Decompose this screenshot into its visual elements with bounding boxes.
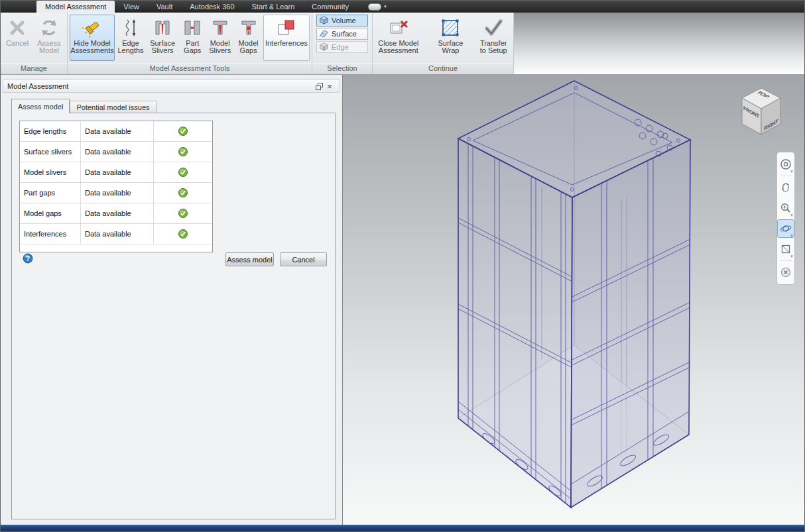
pan-hand-icon: [780, 182, 792, 193]
part-gaps-icon: [182, 16, 203, 40]
assessment-name: Part gaps: [20, 183, 81, 203]
close-circle-icon: [780, 266, 792, 278]
edge-lengths-button[interactable]: Edge Lengths: [116, 15, 145, 61]
table-row[interactable]: Model slivers Data available: [20, 162, 212, 183]
chevron-down-icon: ▼: [790, 234, 794, 238]
menu-tab-vault[interactable]: Vault: [148, 1, 181, 13]
table-row[interactable]: Model gaps Data available: [20, 203, 212, 224]
cancel-ribbon-button[interactable]: Cancel: [3, 15, 32, 61]
surface-slivers-button[interactable]: Surface Slivers: [147, 15, 178, 61]
navigation-bar: ▼ ▼: [776, 152, 795, 285]
ribbon-group-model-assessment-tools: Hide Model Assessments Edge Lengths: [68, 13, 312, 74]
close-model-assessment-icon: [388, 16, 409, 40]
viewcube[interactable]: TOP FRONT RIGHT: [733, 84, 790, 144]
close-icon: ×: [327, 81, 332, 91]
assessment-name: Model slivers: [20, 162, 81, 182]
transfer-to-setup-label: Transfer to Setup: [477, 40, 509, 54]
selection-volume-button[interactable]: Volume: [316, 15, 368, 27]
check-passed-icon: [178, 229, 188, 239]
assessment-result: [154, 224, 212, 244]
menu-tab-model-assessment[interactable]: Model Assessment: [36, 1, 115, 13]
tab-assess-model[interactable]: Assess model: [11, 99, 70, 113]
assessment-result: [154, 203, 212, 223]
assess-model-tab-page: Edge lengths Data available Surface sliv…: [11, 113, 336, 519]
look-at-button[interactable]: ▼: [777, 240, 794, 258]
tab-potential-model-issues[interactable]: Potential model issues: [70, 101, 156, 113]
model-slivers-button[interactable]: Model Slivers: [206, 15, 233, 61]
hide-model-assessments-label: Hide Model Assessments: [70, 40, 113, 54]
help-glyph: ?: [26, 255, 30, 262]
assess-model-ribbon-button[interactable]: Assess Model: [33, 15, 65, 61]
assessment-status: Data available: [81, 121, 154, 141]
model-gaps-button[interactable]: Model Gaps: [235, 15, 262, 61]
close-model-assessment-button[interactable]: Close Model Assessment: [375, 15, 422, 61]
ribbon-empty-area: [514, 13, 804, 74]
ribbon-display-options-button[interactable]: ▼: [364, 1, 391, 13]
selection-surface-label: Surface: [332, 30, 357, 38]
pan-button[interactable]: [777, 178, 794, 197]
transfer-to-setup-check-icon: [483, 16, 504, 40]
assessment-status: Data available: [81, 183, 154, 203]
panel-close-button[interactable]: ×: [324, 81, 335, 91]
group-label-continue: Continue: [373, 63, 513, 74]
zoom-button[interactable]: ▼: [777, 199, 794, 217]
menu-tab-community[interactable]: Community: [303, 1, 357, 13]
ribbon-group-continue: Close Model Assessment Su: [373, 13, 514, 74]
cancel-button[interactable]: Cancel: [280, 252, 327, 266]
volume-cube-icon: [319, 15, 329, 27]
steering-wheel-icon: [780, 158, 792, 170]
table-empty-row: [20, 244, 212, 252]
group-label-manage: Manage: [1, 63, 67, 74]
panel-float-button[interactable]: [314, 81, 324, 91]
navigation-wheel-button[interactable]: ▼: [777, 155, 794, 174]
selection-surface-button[interactable]: Surface: [316, 28, 368, 40]
assess-model-refresh-icon: [39, 16, 59, 40]
ribbon-options-icon: [368, 3, 381, 11]
transfer-to-setup-button[interactable]: Transfer to Setup: [475, 15, 511, 61]
float-window-icon: [315, 82, 324, 91]
ribbon-group-selection: Volume Surface: [312, 13, 373, 74]
assessment-status: Data available: [81, 203, 154, 223]
table-row[interactable]: Surface slivers Data available: [20, 142, 212, 162]
surface-wrap-button[interactable]: Surface Wrap: [427, 15, 475, 61]
table-row[interactable]: Part gaps Data available: [20, 183, 212, 203]
surface-wrap-label: Surface Wrap: [429, 40, 473, 54]
table-row[interactable]: Interferences Data available: [20, 224, 212, 244]
group-label-selection: Selection: [312, 63, 372, 74]
navbar-separator: [780, 260, 792, 261]
assessment-table: Edge lengths Data available Surface sliv…: [19, 121, 213, 252]
help-icon: ?: [23, 253, 33, 264]
close-model-assessment-label: Close Model Assessment: [377, 40, 420, 54]
selection-edge-label: Edge: [332, 43, 349, 51]
assess-model-button[interactable]: Assess model: [225, 252, 274, 266]
navbar-close-button[interactable]: [777, 263, 794, 282]
app-window: Model Assessment View Vault Autodesk 360…: [0, 0, 805, 532]
chevron-down-icon: ▼: [790, 170, 794, 174]
panel-title: Model Assessment: [7, 82, 314, 90]
assessment-name: Model gaps: [20, 203, 81, 223]
interferences-icon: [276, 16, 297, 40]
interferences-button[interactable]: Interferences: [263, 15, 310, 61]
menubar: Model Assessment View Vault Autodesk 360…: [1, 1, 804, 13]
check-passed-icon: [178, 208, 188, 219]
selection-edge-button[interactable]: Edge: [316, 41, 368, 53]
assessment-status: Data available: [81, 162, 154, 182]
viewport-3d[interactable]: TOP FRONT RIGHT ▼: [343, 75, 804, 525]
menu-tab-start-learn[interactable]: Start & Learn: [243, 1, 304, 13]
look-at-face-icon: [780, 243, 792, 255]
menu-tab-view[interactable]: View: [115, 1, 148, 13]
flashlight-icon: [82, 16, 103, 40]
check-passed-icon: [178, 126, 188, 136]
orbit-button[interactable]: ▼: [777, 219, 794, 238]
group-label-model-assessment-tools: Model Assessment Tools: [68, 63, 312, 74]
part-gaps-label: Part Gaps: [182, 40, 203, 54]
menu-tab-autodesk-360[interactable]: Autodesk 360: [181, 1, 243, 13]
assessment-status: Data available: [81, 224, 154, 244]
help-button[interactable]: ?: [23, 253, 33, 264]
hide-model-assessments-button[interactable]: Hide Model Assessments: [70, 15, 115, 61]
edge-lengths-label: Edge Lengths: [117, 40, 143, 54]
table-row[interactable]: Edge lengths Data available: [20, 121, 212, 142]
panel-header: Model Assessment ×: [3, 80, 340, 93]
ribbon: Cancel Assess Model Manage: [1, 13, 804, 75]
part-gaps-button[interactable]: Part Gaps: [180, 15, 205, 61]
